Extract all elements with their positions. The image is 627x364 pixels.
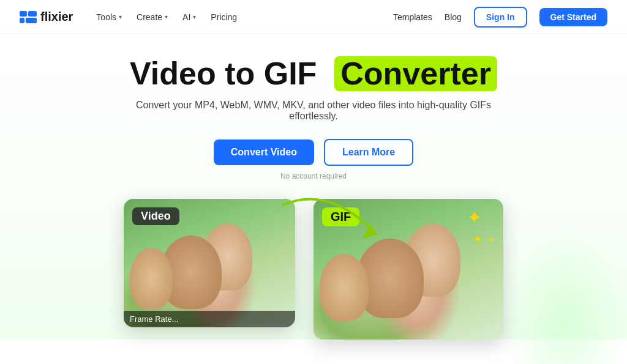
ai-chevron-icon: ▾ — [193, 13, 196, 20]
nav-templates[interactable]: Templates — [393, 12, 432, 22]
hero-title: Video to GIF Converter — [130, 56, 497, 91]
no-account-text: No account required — [280, 172, 347, 180]
convert-video-button[interactable]: Convert Video — [214, 139, 314, 165]
nav-ai[interactable]: AI ▾ — [176, 9, 202, 26]
hero-title-highlight: Converter — [334, 56, 497, 91]
hero-buttons: Convert Video Learn More — [214, 139, 413, 166]
demo-area: Video Frame Rate... GIF ✦✦ ✦ — [0, 193, 627, 340]
getstarted-button[interactable]: Get Started — [539, 8, 607, 26]
background-gradient — [505, 229, 627, 364]
brand-name: flixier — [40, 10, 73, 24]
nav-right: Templates Blog Sign In Get Started — [393, 7, 607, 28]
nav-pricing[interactable]: Pricing — [205, 9, 243, 26]
logo-icon — [20, 11, 37, 23]
hero-subtitle: Convert your MP4, WebM, WMV, MKV, and ot… — [130, 100, 497, 122]
conversion-arrow-icon — [265, 193, 387, 248]
nav-tools[interactable]: Tools ▾ — [90, 9, 128, 26]
signin-button[interactable]: Sign In — [474, 7, 527, 28]
sparkles-icon: ✦✦ ✦ — [467, 207, 495, 247]
svg-rect-1 — [28, 11, 37, 17]
logo[interactable]: flixier — [20, 10, 73, 24]
svg-marker-4 — [362, 225, 378, 239]
learn-more-button[interactable]: Learn More — [324, 139, 413, 166]
nav-links: Tools ▾ Create ▾ AI ▾ Pricing — [90, 9, 393, 26]
hero-section: Video to GIF Converter Convert your MP4,… — [0, 34, 627, 340]
nav-create[interactable]: Create ▾ — [130, 9, 174, 26]
svg-rect-3 — [26, 18, 37, 23]
create-chevron-icon: ▾ — [165, 13, 168, 20]
navbar: flixier Tools ▾ Create ▾ AI ▾ Pricing Te… — [0, 0, 627, 34]
svg-rect-0 — [20, 11, 27, 17]
video-bottom-bar: Frame Rate... — [124, 311, 295, 327]
svg-rect-2 — [20, 18, 24, 23]
nav-blog[interactable]: Blog — [445, 12, 462, 22]
video-badge: Video — [132, 207, 179, 225]
tools-chevron-icon: ▾ — [119, 13, 122, 20]
